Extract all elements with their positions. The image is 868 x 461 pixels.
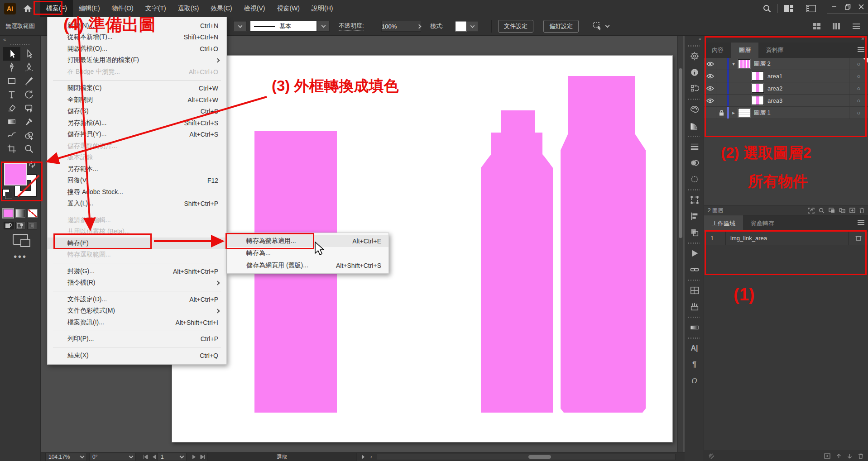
artboards-panel-icon[interactable] xyxy=(685,284,704,296)
layer-target-circle[interactable]: ○ xyxy=(849,82,868,94)
panel-group-handle[interactable] xyxy=(688,136,700,137)
panel-group-handle[interactable] xyxy=(688,99,700,100)
workspace-switcher-icon[interactable] xyxy=(806,5,816,12)
make-clipping-mask-icon[interactable] xyxy=(829,208,835,214)
export-submenu-item[interactable]: 儲存為網頁用 (舊版)...Alt+Shift+Ctrl+S xyxy=(227,259,388,271)
layer-name[interactable]: area2 xyxy=(767,85,849,92)
gradient-tool[interactable] xyxy=(3,115,20,128)
collect-for-export-icon[interactable] xyxy=(808,208,815,214)
file-menu-item[interactable]: 搜尋 Adobe Stock... xyxy=(48,186,226,198)
menubar-item-5[interactable]: 選取(S) xyxy=(172,0,205,17)
artboard-row[interactable]: 1img_link_area xyxy=(704,232,868,245)
panel-group-handle[interactable] xyxy=(688,189,700,190)
swap-fill-stroke-icon[interactable] xyxy=(28,161,36,168)
brush-dropdown-chevron[interactable] xyxy=(317,21,330,32)
file-menu-item[interactable]: 關閉檔案(C)Ctrl+W xyxy=(48,83,226,95)
pen-tool[interactable] xyxy=(3,61,20,74)
rotate-tool[interactable] xyxy=(20,88,38,101)
file-menu-item[interactable]: 置入(L)...Shift+Ctrl+P xyxy=(48,198,226,210)
layer-thumbnail[interactable] xyxy=(752,84,764,93)
file-menu-item[interactable]: 轉存選取範圍... xyxy=(48,249,226,261)
visibility-toggle-icon[interactable] xyxy=(704,74,716,79)
align-glyphs-icon[interactable] xyxy=(593,22,609,30)
default-fill-stroke-icon[interactable] xyxy=(2,189,10,196)
file-menu-item[interactable]: 在 Bridge 中瀏覽...Alt+Ctrl+O xyxy=(48,66,226,78)
shape-builder-tool[interactable] xyxy=(20,128,38,142)
layer-name[interactable]: area3 xyxy=(767,97,849,104)
file-menu-item[interactable]: 列印(P)...Ctrl+P xyxy=(48,333,226,345)
file-menu-item[interactable]: 另存新檔(A)...Shift+Ctrl+S xyxy=(48,117,226,129)
file-menu-item[interactable]: 打開最近使用過的檔案(F) xyxy=(48,55,226,67)
resize-handle-icon[interactable] xyxy=(709,453,715,459)
opentype-panel-icon[interactable]: O xyxy=(685,375,704,387)
menubar-item-7[interactable]: 檢視(V) xyxy=(238,0,271,17)
layer-row[interactable]: area3○ xyxy=(704,95,868,107)
comment-tool[interactable] xyxy=(20,101,38,115)
panel-group-handle[interactable] xyxy=(688,280,700,281)
layer-thumbnail[interactable] xyxy=(752,96,764,105)
minimize-button[interactable] xyxy=(827,0,841,14)
curvature-tool[interactable] xyxy=(20,61,38,74)
color-panel-icon[interactable] xyxy=(685,103,704,115)
none-button[interactable] xyxy=(28,209,38,218)
file-menu-item[interactable]: 全部關閉Alt+Ctrl+W xyxy=(48,94,226,106)
visibility-toggle-icon[interactable] xyxy=(704,62,716,67)
status-menu-icon[interactable] xyxy=(359,453,368,461)
layer-target-circle[interactable]: ○ xyxy=(849,107,868,119)
artboard-page-icon[interactable] xyxy=(848,232,868,245)
discover-panel-icon[interactable] xyxy=(685,50,704,62)
new-layer-icon[interactable] xyxy=(849,208,855,214)
export-submenu-item[interactable]: 轉存為螢幕適用...Alt+Ctrl+E xyxy=(227,235,388,247)
restore-button[interactable] xyxy=(841,0,854,14)
file-menu-item[interactable]: 回復(V)F12 xyxy=(48,175,226,187)
layer-row[interactable]: ▾圖層 2○ xyxy=(704,58,868,70)
selection-panel-icon[interactable] xyxy=(685,173,704,185)
layer-name[interactable]: 圖層 2 xyxy=(754,60,849,68)
panel-group-handle[interactable] xyxy=(688,45,700,47)
menubar-item-6[interactable]: 效果(C) xyxy=(205,0,238,17)
new-artboard-icon[interactable] xyxy=(824,453,830,459)
artboard-panel-menu-icon[interactable] xyxy=(858,220,864,225)
new-sublayer-icon[interactable] xyxy=(839,208,845,214)
horizontal-scrollbar[interactable] xyxy=(377,454,676,460)
file-menu-item[interactable]: 儲存(S)Ctrl+S xyxy=(48,106,226,118)
align-panel-icon[interactable] xyxy=(685,210,704,222)
file-menu-item[interactable]: 共用以供審核 (Beta)... xyxy=(48,226,226,238)
style-dropdown-chevron[interactable] xyxy=(467,21,478,32)
stroke-panel-icon[interactable] xyxy=(685,140,704,152)
panel-group-handle[interactable] xyxy=(688,317,700,318)
width-tool[interactable] xyxy=(3,128,20,142)
file-menu-item[interactable]: 另存範本... xyxy=(48,163,226,175)
panel-group-handle[interactable] xyxy=(688,337,700,339)
collapse-dock-icon[interactable]: « xyxy=(0,36,40,42)
paragraph-panel-icon[interactable]: ¶ xyxy=(685,358,704,371)
file-menu-item[interactable]: 文件色彩模式(M) xyxy=(48,305,226,317)
layer-name[interactable]: 圖層 1 xyxy=(754,109,849,117)
file-menu-item[interactable]: 檔案資訊(I)...Alt+Shift+Ctrl+I xyxy=(48,317,226,328)
status-indicator[interactable]: 選取 xyxy=(207,453,357,461)
layers-panel-tab[interactable]: 圖層 xyxy=(731,43,758,58)
file-menu-item[interactable]: 結束(X)Ctrl+Q xyxy=(48,350,226,361)
scroll-left-icon[interactable]: ‹ xyxy=(368,453,375,461)
last-artboard-icon[interactable] xyxy=(197,453,208,461)
layer-expand-icon[interactable]: ▾ xyxy=(729,61,738,67)
file-menu-item[interactable]: 儲存拷貝(Y)...Alt+Ctrl+S xyxy=(48,129,226,141)
direct-selection-tool[interactable] xyxy=(20,47,38,61)
screen-mode-button[interactable] xyxy=(13,234,28,245)
export-submenu-item[interactable]: 轉存為... xyxy=(227,247,388,259)
eyedropper-tool[interactable] xyxy=(20,115,38,128)
search-icon[interactable] xyxy=(763,5,771,13)
close-button[interactable] xyxy=(854,0,868,14)
layer-name[interactable]: area1 xyxy=(767,73,849,80)
draw-normal-mode[interactable] xyxy=(4,222,14,229)
color-button[interactable] xyxy=(3,209,13,218)
preferences-button[interactable]: 偏好設定 xyxy=(543,20,579,33)
layer-thumbnail[interactable] xyxy=(738,108,750,117)
layer-target-circle[interactable]: ○ xyxy=(849,58,868,70)
delete-layer-icon[interactable] xyxy=(859,208,864,214)
dock-drag-handle[interactable] xyxy=(10,44,30,45)
color-guide-panel-icon[interactable] xyxy=(685,119,704,132)
layer-row[interactable]: ▸圖層 1○ xyxy=(704,107,868,119)
layer-thumbnail[interactable] xyxy=(738,59,750,68)
vertical-scrollbar-thumb[interactable] xyxy=(679,68,682,238)
